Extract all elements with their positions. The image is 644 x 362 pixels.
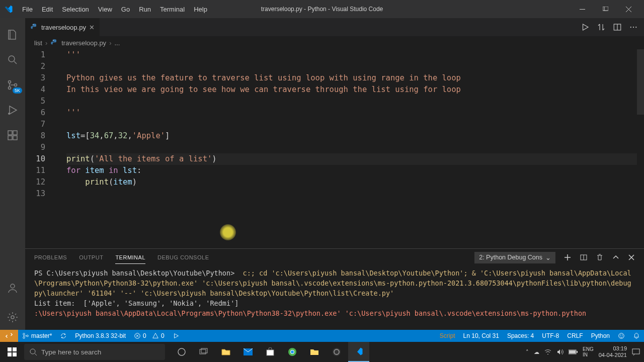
settings-gear-icon[interactable] xyxy=(0,305,25,330)
svg-point-3 xyxy=(9,56,15,62)
clock[interactable]: 03:1904-04-2021 xyxy=(599,345,627,358)
folder-app-icon[interactable] xyxy=(304,342,325,362)
cursor-position[interactable]: Ln 10, Col 31 xyxy=(459,330,503,342)
obs-app-icon[interactable] xyxy=(326,342,347,362)
window-controls xyxy=(571,0,640,18)
split-editor-icon[interactable] xyxy=(613,23,622,32)
store-app-icon[interactable] xyxy=(260,342,281,362)
breadcrumb-file[interactable]: traverseloop.py xyxy=(61,39,106,47)
extensions-icon[interactable] xyxy=(0,123,25,148)
language-mode[interactable]: Python xyxy=(587,330,614,342)
svg-point-42 xyxy=(291,350,294,353)
maximize-button[interactable] xyxy=(594,0,617,18)
terminal-selector[interactable]: 2: Python Debug Cons⌄ xyxy=(474,252,555,263)
breadcrumb[interactable]: list › traverseloop.py › ... xyxy=(25,36,644,49)
encoding[interactable]: UTF-8 xyxy=(538,330,563,342)
panel-tab-problems[interactable]: PROBLEMS xyxy=(34,251,67,263)
terminal-content[interactable]: PS C:\Users\piyush bansal\Desktop\Youtub… xyxy=(25,266,644,330)
eol[interactable]: CRLF xyxy=(563,330,587,342)
git-branch[interactable]: master* xyxy=(18,330,56,342)
close-tab-icon[interactable]: ✕ xyxy=(89,24,95,31)
menu-go[interactable]: Go xyxy=(117,4,134,15)
notification-center-icon[interactable] xyxy=(632,348,640,355)
panel-tab-debugconsole[interactable]: DEBUG CONSOLE xyxy=(157,251,209,263)
taskbar-search[interactable]: Type here to search xyxy=(24,344,165,360)
maximize-panel-icon[interactable] xyxy=(612,253,620,261)
taskview-icon[interactable] xyxy=(193,342,214,362)
start-button[interactable] xyxy=(0,342,24,362)
explorer-app-icon[interactable] xyxy=(215,342,236,362)
menu-view[interactable]: View xyxy=(94,4,116,15)
mail-app-icon[interactable] xyxy=(237,342,259,362)
python-interpreter[interactable]: Python 3.8.3 32-bit xyxy=(71,330,130,342)
run-debug-icon[interactable] xyxy=(0,98,25,123)
chrome-app-icon[interactable] xyxy=(282,342,303,362)
breadcrumb-ellipsis[interactable]: ... xyxy=(114,39,120,47)
run-file-icon[interactable] xyxy=(581,23,590,32)
tray-chevron-icon[interactable]: ˄ xyxy=(526,349,529,355)
feedback-icon[interactable] xyxy=(614,330,629,342)
editor-area: traverseloop.py ✕ list › traverseloop.py… xyxy=(25,18,644,330)
svg-rect-8 xyxy=(8,131,12,135)
split-terminal-icon[interactable] xyxy=(580,253,588,261)
onedrive-icon[interactable]: ☁ xyxy=(534,349,539,355)
split-diff-icon[interactable] xyxy=(597,23,606,32)
svg-rect-33 xyxy=(13,352,17,356)
new-terminal-icon[interactable] xyxy=(564,253,572,261)
close-panel-icon[interactable] xyxy=(628,254,635,261)
main-area: 5K traverseloop.py ✕ list › traverseloop… xyxy=(0,18,644,330)
minimap-thumb[interactable] xyxy=(637,49,644,115)
menu-terminal[interactable]: Terminal xyxy=(156,4,189,15)
system-tray: ˄ ☁ ENGIN 03:1904-04-2021 xyxy=(526,345,644,358)
svg-point-6 xyxy=(15,84,17,86)
tab-traverseloop[interactable]: traverseloop.py ✕ xyxy=(25,18,100,36)
minimap[interactable] xyxy=(637,49,644,248)
svg-rect-36 xyxy=(200,349,206,354)
script-indicator[interactable]: Script xyxy=(436,330,459,342)
panel: PROBLEMS OUTPUT TERMINAL DEBUG CONSOLE 2… xyxy=(25,248,644,330)
explorer-icon[interactable] xyxy=(0,22,25,47)
language-indicator[interactable]: ENGIN xyxy=(583,346,594,357)
run-status-icon[interactable] xyxy=(169,330,184,342)
taskbar-apps xyxy=(171,342,369,362)
svg-rect-32 xyxy=(8,352,12,356)
minimize-button[interactable] xyxy=(571,0,594,18)
menu-selection[interactable]: Selection xyxy=(58,4,93,15)
code-editor[interactable]: 1 2 3 4 5 6 7 8 9 10 11 12 13 ''' Python… xyxy=(25,49,644,248)
svg-point-14 xyxy=(33,25,33,25)
remote-indicator[interactable] xyxy=(0,330,18,342)
accounts-icon[interactable] xyxy=(0,276,25,301)
cortana-icon[interactable] xyxy=(171,342,192,362)
panel-tab-terminal[interactable]: TERMINAL xyxy=(115,251,145,264)
errors-warnings[interactable]: 0 0 xyxy=(130,330,169,342)
kill-terminal-icon[interactable] xyxy=(596,253,604,261)
search-placeholder: Type here to search xyxy=(41,348,101,356)
more-actions-icon[interactable] xyxy=(629,23,638,32)
close-button[interactable] xyxy=(617,0,640,18)
code-content[interactable]: ''' Python gives us the feature to trave… xyxy=(55,49,644,248)
svg-rect-10 xyxy=(13,136,17,140)
breadcrumb-folder[interactable]: list xyxy=(34,39,42,47)
menubar: File Edit Selection View Go Run Terminal… xyxy=(18,4,211,15)
cursor-highlight xyxy=(220,224,236,240)
search-icon[interactable] xyxy=(0,47,25,72)
vscode-app-icon[interactable] xyxy=(348,342,369,362)
notifications-icon[interactable] xyxy=(629,330,644,342)
source-control-icon[interactable]: 5K xyxy=(0,72,25,98)
menu-file[interactable]: File xyxy=(18,4,37,15)
wifi-icon[interactable] xyxy=(544,349,551,355)
menu-run[interactable]: Run xyxy=(135,4,155,15)
battery-icon[interactable] xyxy=(569,349,578,354)
menu-edit[interactable]: Edit xyxy=(38,4,57,15)
menu-help[interactable]: Help xyxy=(190,4,211,15)
volume-icon[interactable] xyxy=(556,349,564,355)
sync-icon[interactable] xyxy=(56,330,71,342)
panel-actions: 2: Python Debug Cons⌄ xyxy=(474,252,635,263)
indentation[interactable]: Spaces: 4 xyxy=(503,330,538,342)
panel-tab-output[interactable]: OUTPUT xyxy=(79,251,103,263)
svg-rect-47 xyxy=(577,351,578,353)
svg-point-12 xyxy=(11,284,15,288)
svg-rect-11 xyxy=(13,131,17,135)
taskbar: Type here to search ˄ ☁ ENGIN 03:1904-04… xyxy=(0,342,644,362)
svg-point-4 xyxy=(9,81,11,83)
